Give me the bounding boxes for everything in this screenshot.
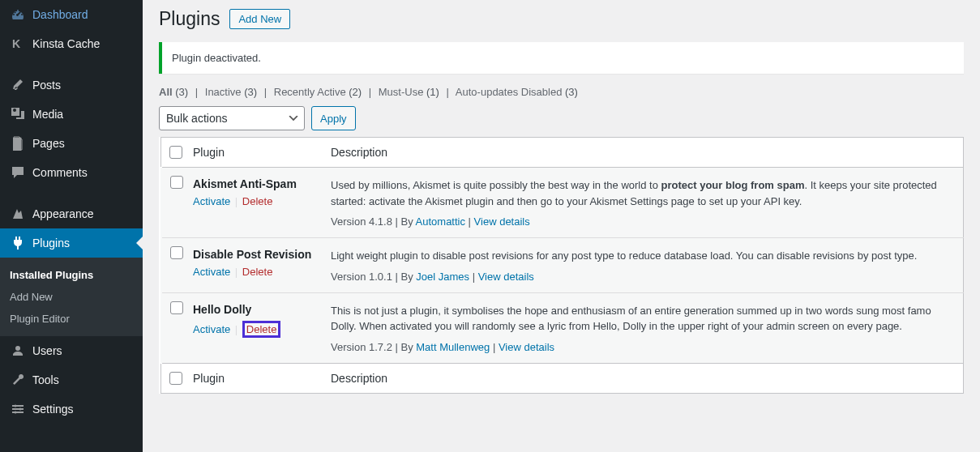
submenu-plugin-editor[interactable]: Plugin Editor [0,308,143,330]
sidebar-item-label: Appearance [32,207,94,220]
tools-icon [10,372,26,388]
sidebar-item-settings[interactable]: Settings [0,394,143,424]
sidebar-item-dashboard[interactable]: Dashboard [0,0,143,29]
plugin-description: This is not just a plugin, it symbolises… [331,303,955,335]
sidebar-item-plugins[interactable]: Plugins [0,228,143,258]
submenu-installed-plugins[interactable]: Installed Plugins [0,264,143,286]
column-description-footer[interactable]: Description [323,363,964,393]
main-content: Plugins Add New Plugin deactivated. All … [143,0,980,452]
delete-link[interactable]: Delete [246,323,277,335]
apply-button[interactable]: Apply [311,106,356,130]
activate-link[interactable]: Activate [193,266,230,278]
column-plugin-footer[interactable]: Plugin [185,363,323,393]
plugins-submenu: Installed Plugins Add New Plugin Editor [0,258,143,336]
svg-point-7 [19,408,22,411]
settings-icon [10,401,26,417]
sidebar-item-appearance[interactable]: Appearance [0,199,143,228]
select-all-checkbox[interactable] [169,146,182,159]
plugin-name: Hello Dolly [193,303,315,316]
delete-link[interactable]: Delete [242,266,273,278]
sidebar-item-label: Media [32,108,63,121]
add-new-button[interactable]: Add New [229,9,290,29]
plugin-checkbox[interactable] [170,176,183,189]
svg-rect-2 [13,138,21,151]
sidebar-item-label: Tools [32,373,59,386]
plugin-meta: Version 4.1.8 | By Automattic | View det… [331,215,955,228]
plugin-row: Akismet Anti-Spam Activate | Delete Used… [160,168,964,238]
author-link[interactable]: Automattic [416,215,465,228]
pin-icon [10,77,26,93]
plugin-row: Hello Dolly Activate | Delete This is no… [160,292,964,363]
submenu-add-new[interactable]: Add New [0,286,143,308]
appearance-icon [10,206,26,222]
view-details-link[interactable]: View details [474,215,530,228]
plugin-description: Light weight plugin to disable post revi… [331,248,955,264]
column-plugin[interactable]: Plugin [185,138,323,168]
plugin-checkbox[interactable] [170,301,183,314]
filter-all[interactable]: All [159,86,173,98]
comments-icon [10,164,26,181]
delete-highlight: Delete [242,321,281,338]
sidebar-item-posts[interactable]: Posts [0,70,143,100]
author-link[interactable]: Matt Mullenweg [416,341,490,353]
notice-success: Plugin deactivated. [159,42,964,74]
plugin-meta: Version 1.7.2 | By Matt Mullenweg | View… [331,341,955,353]
svg-rect-3 [12,405,24,407]
sidebar-item-label: Posts [32,79,61,92]
view-details-link[interactable]: View details [499,341,554,353]
filter-inactive[interactable]: Inactive [205,86,242,98]
sidebar-item-media[interactable]: Media [0,100,143,129]
plugin-meta: Version 1.0.1 | By Joel James | View det… [331,271,955,283]
sidebar-item-comments[interactable]: Comments [0,158,143,187]
filter-recently-active[interactable]: Recently Active [274,86,346,98]
plugin-checkbox[interactable] [170,246,183,259]
select-all-checkbox-footer[interactable] [169,372,182,385]
dashboard-icon [10,6,26,23]
activate-link[interactable]: Activate [193,195,230,207]
users-icon [10,343,26,359]
kinsta-icon: K [10,36,26,52]
filter-must-use[interactable]: Must-Use [379,86,424,98]
admin-sidebar: Dashboard K Kinsta Cache Posts Media Pag… [0,0,143,452]
sidebar-item-label: Comments [32,166,88,179]
activate-link[interactable]: Activate [193,323,230,335]
plugins-icon [10,235,26,251]
view-details-link[interactable]: View details [478,271,534,283]
delete-link[interactable]: Delete [242,195,273,207]
filter-auto-updates-disabled[interactable]: Auto-updates Disabled [456,86,563,98]
svg-rect-4 [12,408,24,410]
page-title: Plugins [159,8,220,30]
sidebar-item-kinsta-cache[interactable]: K Kinsta Cache [0,29,143,58]
svg-point-8 [15,411,17,414]
sidebar-item-pages[interactable]: Pages [0,129,143,158]
svg-point-6 [15,405,17,407]
sidebar-item-label: Kinsta Cache [32,37,100,50]
plugin-row: Disable Post Revision Activate | Delete … [160,238,964,293]
sidebar-item-label: Settings [32,403,74,416]
svg-rect-5 [12,411,24,413]
sidebar-item-tools[interactable]: Tools [0,365,143,394]
sidebar-item-users[interactable]: Users [0,336,143,365]
sidebar-item-label: Users [32,344,62,357]
plugins-table: Plugin Description Akismet Anti-Spam Act… [159,137,964,394]
bulk-actions-select[interactable]: Bulk actions [159,106,305,130]
author-link[interactable]: Joel James [416,271,469,283]
plugin-name: Disable Post Revision [193,248,315,261]
plugin-name: Akismet Anti-Spam [193,177,315,190]
svg-text:K: K [12,37,20,50]
sidebar-item-label: Pages [32,137,65,150]
plugin-filters: All (3) | Inactive (3) | Recently Active… [159,86,964,98]
sidebar-item-label: Plugins [32,237,70,249]
column-description[interactable]: Description [323,138,964,168]
sidebar-item-label: Dashboard [32,8,88,21]
media-icon [10,106,26,122]
plugin-description: Used by millions, Akismet is quite possi… [331,177,955,209]
pages-icon [10,135,26,151]
